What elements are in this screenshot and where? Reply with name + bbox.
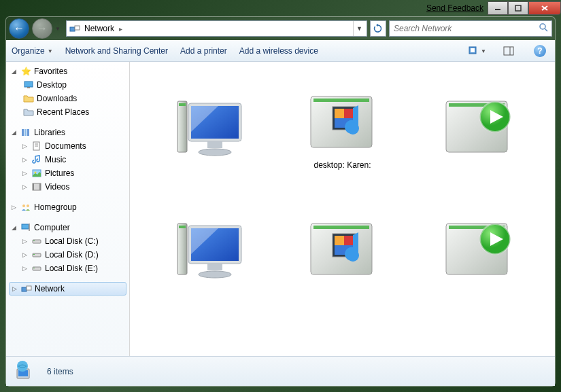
svg-rect-14 [22, 129, 24, 136]
computer-header[interactable]: ◢Computer [6, 221, 129, 234]
collapse-icon: ◢ [12, 68, 20, 75]
expand-icon: ▷ [22, 156, 31, 163]
disk-icon [31, 236, 43, 247]
videos-icon [31, 181, 43, 192]
item-view: desktop: Karen: [130, 62, 555, 356]
svg-rect-27 [22, 224, 29, 229]
svg-rect-13 [27, 87, 30, 88]
status-bar: 6 items [6, 356, 555, 386]
network-item[interactable]: desktop: Karen: [278, 69, 406, 184]
svg-rect-1 [515, 5, 521, 11]
svg-rect-35 [22, 287, 27, 291]
navigation-pane: ◢⭐Favorites Desktop Downloads Recent Pla… [6, 62, 130, 356]
svg-rect-33 [33, 267, 41, 270]
sidebar-item-pictures[interactable]: ▷Pictures [6, 166, 129, 180]
documents-icon [31, 141, 43, 152]
homegroup-header[interactable]: ▷Homegroup [6, 200, 129, 214]
svg-rect-16 [27, 129, 29, 136]
search-input[interactable] [390, 24, 535, 33]
address-bar[interactable]: Network ▸ ▼ [66, 20, 367, 37]
folder-icon [22, 93, 35, 104]
view-button[interactable]: ▼ [468, 43, 487, 58]
item-label: desktop: Karen: [313, 160, 371, 170]
libraries-icon [20, 127, 32, 138]
network-large-icon [14, 359, 39, 384]
sidebar-item-disk-e[interactable]: ▷Local Disk (E:) [6, 262, 129, 275]
sidebar-item-videos[interactable]: ▷Videos [6, 180, 129, 194]
homegroup-icon [20, 202, 32, 213]
svg-rect-30 [33, 240, 35, 241]
svg-line-7 [545, 29, 547, 31]
svg-rect-34 [33, 268, 35, 268]
expand-icon: ▷ [22, 143, 31, 149]
expand-icon: ▷ [22, 238, 31, 245]
svg-point-26 [27, 204, 29, 207]
svg-rect-15 [24, 129, 27, 136]
network-icon [68, 22, 82, 35]
back-button[interactable]: ← [9, 18, 29, 39]
preview-pane-button[interactable] [499, 43, 518, 58]
sidebar-item-disk-d[interactable]: ▷Local Disk (D:) [6, 248, 129, 262]
forward-button[interactable]: → [32, 18, 52, 39]
expand-icon: ▷ [12, 204, 20, 211]
media-device-icon [299, 83, 386, 158]
collapse-icon: ◢ [12, 224, 20, 231]
network-item[interactable] [413, 69, 541, 184]
sidebar-item-documents[interactable]: ▷Documents [6, 139, 129, 153]
svg-rect-32 [33, 254, 35, 255]
svg-rect-5 [75, 26, 80, 30]
computer-icon [20, 222, 32, 233]
svg-rect-12 [24, 82, 33, 87]
maximize-button[interactable] [508, 1, 528, 15]
network-item[interactable] [143, 69, 271, 184]
add-printer-button[interactable]: Add a printer [180, 46, 227, 56]
close-button[interactable] [528, 1, 561, 15]
svg-rect-4 [70, 27, 75, 31]
refresh-button[interactable] [370, 20, 386, 37]
help-button[interactable]: ? [530, 43, 549, 58]
network-icon [20, 283, 33, 294]
history-dropdown[interactable]: ▼ [55, 26, 63, 32]
network-header[interactable]: ▷Network [9, 282, 126, 296]
svg-rect-28 [29, 224, 30, 231]
libraries-header[interactable]: ◢Libraries [6, 126, 129, 139]
svg-rect-31 [33, 253, 41, 257]
search-box[interactable] [389, 20, 552, 37]
help-icon: ? [534, 45, 546, 57]
network-sharing-center-button[interactable]: Network and Sharing Center [65, 46, 168, 56]
network-item[interactable] [413, 191, 541, 306]
address-dropdown[interactable]: ▼ [353, 21, 365, 36]
svg-rect-24 [39, 183, 41, 190]
breadcrumb-network[interactable]: Network [82, 24, 117, 33]
svg-rect-29 [33, 240, 41, 243]
recent-icon [22, 107, 35, 118]
media-device-icon [299, 210, 386, 285]
svg-rect-10 [504, 47, 513, 55]
svg-rect-36 [27, 286, 31, 290]
sidebar-item-music[interactable]: ▷Music [6, 153, 129, 166]
sidebar-item-recent[interactable]: Recent Places [6, 105, 129, 119]
organize-button[interactable]: Organize ▼ [12, 46, 53, 56]
network-item[interactable] [143, 191, 271, 306]
svg-rect-23 [33, 183, 34, 190]
status-item-count: 6 items [47, 367, 73, 376]
disk-icon [31, 263, 43, 274]
media-player-icon [434, 88, 521, 162]
music-icon [31, 154, 43, 165]
search-icon[interactable] [535, 22, 551, 35]
sidebar-item-desktop[interactable]: Desktop [6, 78, 129, 92]
sidebar-item-disk-c[interactable]: ▷Local Disk (C:) [6, 234, 129, 248]
svg-point-25 [22, 204, 25, 207]
add-wireless-button[interactable]: Add a wireless device [239, 46, 318, 56]
sidebar-item-downloads[interactable]: Downloads [6, 92, 129, 105]
expand-icon: ▷ [12, 285, 20, 292]
favorites-header[interactable]: ◢⭐Favorites [6, 65, 129, 78]
desktop-icon [22, 79, 35, 90]
breadcrumb-separator[interactable]: ▸ [117, 25, 124, 33]
minimize-button[interactable] [488, 1, 508, 15]
media-player-icon [434, 210, 521, 285]
computer-device-icon [164, 210, 251, 285]
network-item[interactable] [278, 191, 406, 306]
send-feedback-link[interactable]: Send Feedback [426, 3, 483, 13]
expand-icon: ▷ [22, 251, 31, 258]
